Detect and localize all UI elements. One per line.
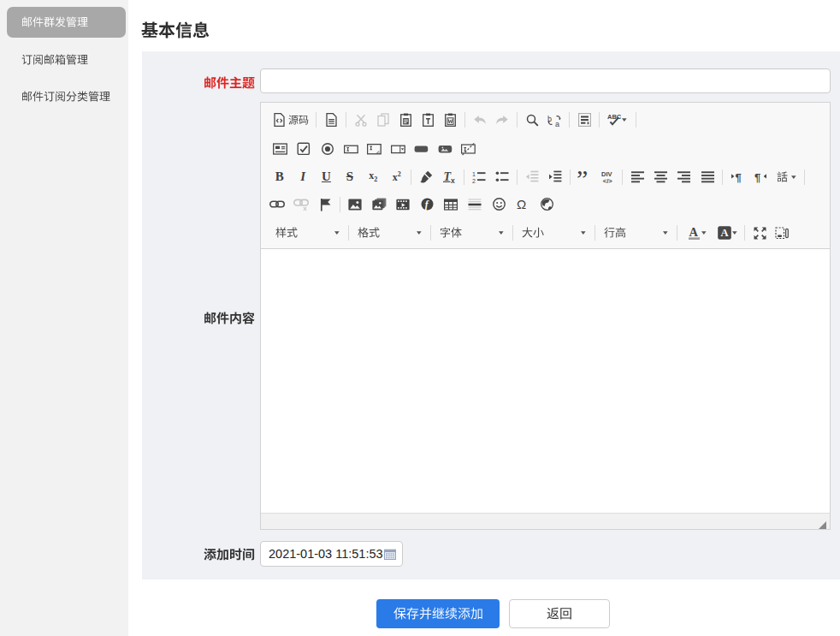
svg-text:Ω: Ω — [517, 198, 526, 211]
svg-text:2: 2 — [472, 178, 476, 184]
svg-text:ABC: ABC — [607, 113, 621, 121]
svg-text:1: 1 — [472, 171, 476, 177]
svg-text:¶: ¶ — [754, 171, 760, 184]
svg-text:x: x — [451, 175, 455, 184]
svg-text:A: A — [720, 227, 728, 239]
svg-text:”: ” — [577, 170, 588, 184]
svg-text:A: A — [689, 226, 698, 239]
svg-text:x: x — [303, 204, 307, 210]
svg-text:a: a — [555, 120, 559, 127]
svg-text:</>: </> — [603, 177, 612, 184]
svg-text:¶: ¶ — [735, 171, 741, 184]
